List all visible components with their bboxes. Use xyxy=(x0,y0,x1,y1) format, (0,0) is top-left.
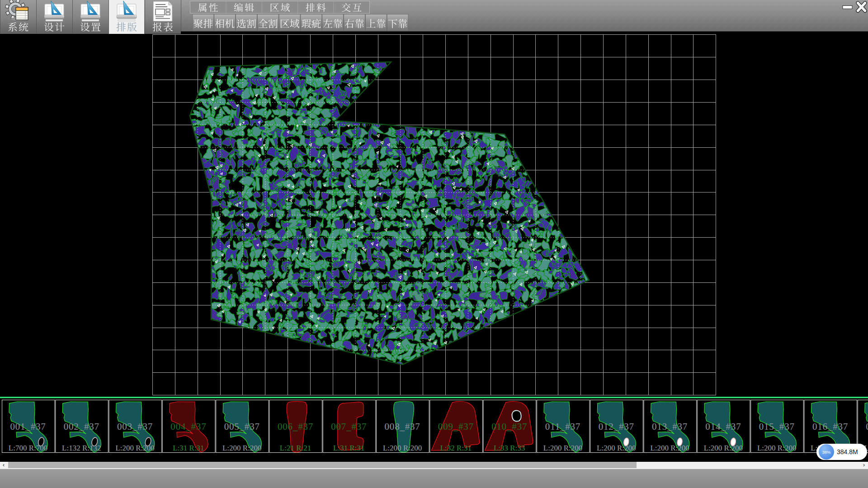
svg-text:001_#37: 001_#37 xyxy=(10,421,46,432)
svg-text:L:200 R:200: L:200 R:200 xyxy=(650,444,689,452)
svg-text:010_#37: 010_#37 xyxy=(491,421,527,432)
svg-text:L:200 R:200: L:200 R:200 xyxy=(543,444,582,452)
svg-text:L:33 R:33: L:33 R:33 xyxy=(494,444,525,452)
svg-text:002_#37: 002_#37 xyxy=(64,421,99,432)
svg-text:005_#37: 005_#37 xyxy=(224,421,260,432)
svg-text:012_#37: 012_#37 xyxy=(599,421,634,432)
svg-text:016_#37: 016_#37 xyxy=(812,421,848,432)
svg-text:L:200 R:200: L:200 R:200 xyxy=(222,444,261,452)
svg-text:009_#37: 009_#37 xyxy=(438,421,474,432)
svg-text:006_#37: 006_#37 xyxy=(278,421,313,432)
svg-text:L:21 R:21: L:21 R:21 xyxy=(280,444,311,452)
svg-text:L:132 R:132: L:132 R:132 xyxy=(62,444,101,452)
svg-text:003_#37: 003_#37 xyxy=(117,421,153,432)
svg-text:004_#37: 004_#37 xyxy=(170,421,206,432)
svg-text:011_#37: 011_#37 xyxy=(545,421,580,432)
svg-text:384.8M: 384.8M xyxy=(837,448,858,455)
svg-text:L:200 R:200: L:200 R:200 xyxy=(115,444,154,452)
svg-text:L:700 R:700: L:700 R:700 xyxy=(9,444,47,452)
svg-text:015_#37: 015_#37 xyxy=(759,421,795,432)
svg-text:007_#37: 007_#37 xyxy=(331,421,367,432)
svg-text:L:200 R:200: L:200 R:200 xyxy=(757,444,796,452)
svg-text:‹: ‹ xyxy=(3,462,5,468)
svg-text:›: › xyxy=(863,462,865,468)
svg-text:013_#37: 013_#37 xyxy=(652,421,688,432)
svg-text:017_#37: 017_#37 xyxy=(866,421,868,432)
svg-text:L:200 R:200: L:200 R:200 xyxy=(704,444,743,452)
svg-text:L:31 R:31: L:31 R:31 xyxy=(333,444,364,452)
svg-text:008_#37: 008_#37 xyxy=(385,421,420,432)
svg-text:L:200 R:200: L:200 R:200 xyxy=(383,444,422,452)
svg-text:38%: 38% xyxy=(822,450,831,455)
svg-text:L:32 R:31: L:32 R:31 xyxy=(440,444,472,452)
svg-text:L:31 R:31: L:31 R:31 xyxy=(173,444,204,452)
svg-text:014_#37: 014_#37 xyxy=(705,421,741,432)
svg-text:L:200 R:200: L:200 R:200 xyxy=(597,444,636,452)
